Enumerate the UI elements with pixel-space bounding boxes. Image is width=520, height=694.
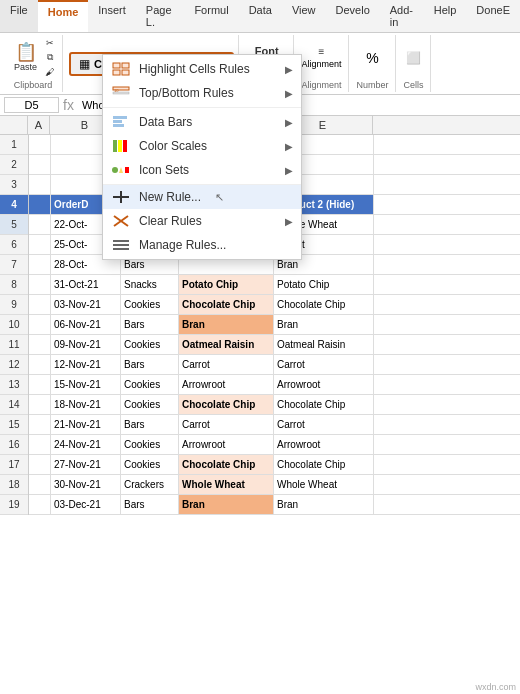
cell-e8[interactable]: Potato Chip (274, 275, 374, 294)
row-num-9[interactable]: 9 (0, 295, 28, 315)
tab-insert[interactable]: Insert (88, 0, 136, 32)
cell-c17[interactable]: Cookies (121, 455, 179, 474)
cell-b9[interactable]: 03-Nov-21 (51, 295, 121, 314)
cell-b17[interactable]: 27-Nov-21 (51, 455, 121, 474)
row-num-5[interactable]: 5 (0, 215, 28, 235)
row-num-3[interactable]: 3 (0, 175, 28, 195)
cell-a8[interactable] (29, 275, 51, 294)
menu-item-highlight-cells[interactable]: Highlight Cells Rules ▶ (103, 57, 301, 81)
cell-d9[interactable]: Chocolate Chip (179, 295, 274, 314)
cell-a5[interactable] (29, 215, 51, 234)
cell-a14[interactable] (29, 395, 51, 414)
cell-d19[interactable]: Bran (179, 495, 274, 514)
row-num-19[interactable]: 19 (0, 495, 28, 515)
format-painter-button[interactable]: 🖌 (43, 66, 56, 78)
cell-b15[interactable]: 21-Nov-21 (51, 415, 121, 434)
cell-d12[interactable]: Carrot (179, 355, 274, 374)
cell-b11[interactable]: 09-Nov-21 (51, 335, 121, 354)
tab-doneb[interactable]: DoneE (466, 0, 520, 32)
cell-e12[interactable]: Carrot (274, 355, 374, 374)
cell-a17[interactable] (29, 455, 51, 474)
cell-c15[interactable]: Bars (121, 415, 179, 434)
cell-d10[interactable]: Bran (179, 315, 274, 334)
tab-home[interactable]: Home (38, 0, 89, 32)
cell-c10[interactable]: Bars (121, 315, 179, 334)
cell-b12[interactable]: 12-Nov-21 (51, 355, 121, 374)
cell-e16[interactable]: Arrowroot (274, 435, 374, 454)
row-num-14[interactable]: 14 (0, 395, 28, 415)
tab-data[interactable]: Data (239, 0, 282, 32)
tab-formulas[interactable]: Formul (184, 0, 238, 32)
cell-a12[interactable] (29, 355, 51, 374)
cell-b8[interactable]: 31-Oct-21 (51, 275, 121, 294)
cell-b18[interactable]: 30-Nov-21 (51, 475, 121, 494)
cell-e10[interactable]: Bran (274, 315, 374, 334)
cell-c13[interactable]: Cookies (121, 375, 179, 394)
row-num-15[interactable]: 15 (0, 415, 28, 435)
row-num-4[interactable]: 4 (0, 195, 28, 215)
cell-a7[interactable] (29, 255, 51, 274)
menu-item-icon-sets[interactable]: Icon Sets ▶ (103, 158, 301, 182)
menu-item-new-rule[interactable]: New Rule... ↖ (103, 184, 301, 209)
cell-e18[interactable]: Whole Wheat (274, 475, 374, 494)
cell-c12[interactable]: Bars (121, 355, 179, 374)
cell-b19[interactable]: 03-Dec-21 (51, 495, 121, 514)
cell-b13[interactable]: 15-Nov-21 (51, 375, 121, 394)
cell-a15[interactable] (29, 415, 51, 434)
row-num-16[interactable]: 16 (0, 435, 28, 455)
tab-addin[interactable]: Add-in (380, 0, 424, 32)
row-num-7[interactable]: 7 (0, 255, 28, 275)
cell-d8[interactable]: Potato Chip (179, 275, 274, 294)
tab-help[interactable]: Help (424, 0, 467, 32)
row-num-18[interactable]: 18 (0, 475, 28, 495)
cell-d16[interactable]: Arrowroot (179, 435, 274, 454)
cell-e15[interactable]: Carrot (274, 415, 374, 434)
menu-item-data-bars[interactable]: Data Bars ▶ (103, 107, 301, 134)
cell-a18[interactable] (29, 475, 51, 494)
menu-item-clear-rules[interactable]: Clear Rules ▶ (103, 209, 301, 233)
col-header-a[interactable]: A (28, 116, 50, 134)
cell-a10[interactable] (29, 315, 51, 334)
cell-c19[interactable]: Bars (121, 495, 179, 514)
cell-a2[interactable] (29, 155, 51, 174)
cell-e17[interactable]: Chocolate Chip (274, 455, 374, 474)
row-num-11[interactable]: 11 (0, 335, 28, 355)
cell-d14[interactable]: Chocolate Chip (179, 395, 274, 414)
menu-item-manage-rules[interactable]: Manage Rules... (103, 233, 301, 257)
cell-c16[interactable]: Cookies (121, 435, 179, 454)
cell-e9[interactable]: Chocolate Chip (274, 295, 374, 314)
cell-b10[interactable]: 06-Nov-21 (51, 315, 121, 334)
row-num-12[interactable]: 12 (0, 355, 28, 375)
row-num-10[interactable]: 10 (0, 315, 28, 335)
cell-a6[interactable] (29, 235, 51, 254)
tab-view[interactable]: View (282, 0, 326, 32)
row-num-17[interactable]: 17 (0, 455, 28, 475)
menu-item-top-bottom[interactable]: 10 Top/Bottom Rules ▶ (103, 81, 301, 105)
cell-a4[interactable] (29, 195, 51, 214)
cell-d18[interactable]: Whole Wheat (179, 475, 274, 494)
menu-item-color-scales[interactable]: Color Scales ▶ (103, 134, 301, 158)
cell-e19[interactable]: Bran (274, 495, 374, 514)
tab-file[interactable]: File (0, 0, 38, 32)
cell-c11[interactable]: Cookies (121, 335, 179, 354)
cell-b14[interactable]: 18-Nov-21 (51, 395, 121, 414)
row-num-13[interactable]: 13 (0, 375, 28, 395)
row-num-8[interactable]: 8 (0, 275, 28, 295)
cell-a3[interactable] (29, 175, 51, 194)
cell-b16[interactable]: 24-Nov-21 (51, 435, 121, 454)
paste-button[interactable]: 📋 Paste (10, 41, 41, 74)
cell-reference-input[interactable] (4, 97, 59, 113)
row-num-1[interactable]: 1 (0, 135, 28, 155)
cell-a19[interactable] (29, 495, 51, 514)
cell-e14[interactable]: Chocolate Chip (274, 395, 374, 414)
tab-developer[interactable]: Develo (326, 0, 380, 32)
cell-e13[interactable]: Arrowroot (274, 375, 374, 394)
cell-c14[interactable]: Cookies (121, 395, 179, 414)
cell-a1[interactable] (29, 135, 51, 154)
cell-d15[interactable]: Carrot (179, 415, 274, 434)
cell-d17[interactable]: Chocolate Chip (179, 455, 274, 474)
row-num-6[interactable]: 6 (0, 235, 28, 255)
cell-d13[interactable]: Arrowroot (179, 375, 274, 394)
cut-button[interactable]: ✂ (43, 37, 56, 49)
tab-pagelayout[interactable]: Page L. (136, 0, 185, 32)
